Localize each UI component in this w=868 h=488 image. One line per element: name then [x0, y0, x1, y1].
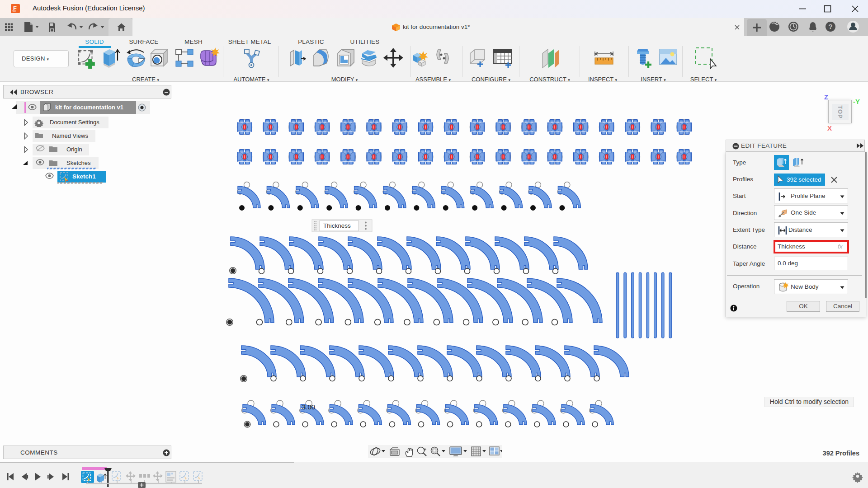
svg-text:3.00: 3.00 — [302, 403, 315, 411]
svg-text:Thickness: Thickness — [323, 222, 351, 229]
